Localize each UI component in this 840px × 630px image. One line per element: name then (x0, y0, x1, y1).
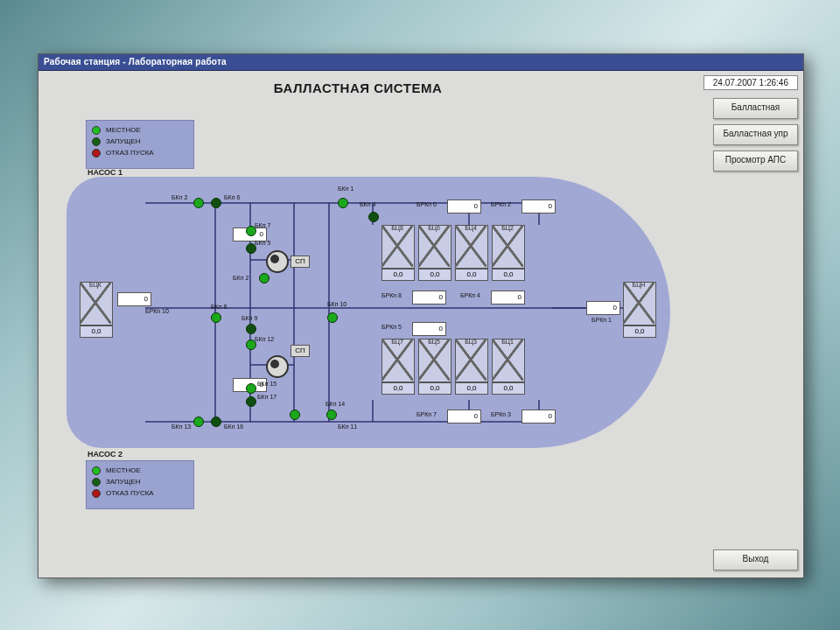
timestamp: 24.07.2007 1:26:46 (704, 75, 798, 90)
label-bkn2: БКп 2 (172, 194, 187, 200)
valve-icon[interactable] (326, 410, 337, 420)
valve-icon[interactable] (246, 226, 256, 236)
tank-label: БЦ1 (492, 339, 523, 345)
field-brkn7[interactable]: 0 (447, 410, 481, 424)
tank-bc3: БЦ3 0,0 (455, 339, 486, 393)
label-bkn9: БКп 9 (242, 315, 257, 321)
tank-label: БЦ5 (418, 339, 450, 345)
valve-icon[interactable] (211, 312, 221, 323)
nav-view-aps-button[interactable]: Просмотр АПС (713, 150, 798, 172)
label-bkn10: БКп 10 (327, 301, 346, 307)
tank-label: БЦК (80, 282, 111, 288)
tank-label: БЦ7 (382, 339, 413, 345)
tank-label: БЦ2 (492, 225, 523, 231)
label-bkn11: БКп 11 (338, 424, 357, 430)
field-brkn8[interactable]: 0 (412, 290, 446, 304)
label-bkn13: БКп 13 (172, 424, 191, 430)
status-dot-local (92, 466, 101, 475)
label-brkn10: БРКп 10 (145, 308, 169, 314)
field-brkn3[interactable]: 0 (522, 410, 556, 424)
tank-value: 0,0 (382, 382, 415, 395)
tank-bc8: БЦ8 0,0 (382, 225, 413, 279)
legend-label-running: ЗАПУЩЕН (106, 478, 141, 486)
status-dot-running (92, 478, 101, 486)
field-brkn2[interactable]: 0 (522, 200, 556, 214)
nav-ballast-ctl-button[interactable]: Балластная упр (713, 124, 798, 145)
valve-icon[interactable] (211, 416, 221, 427)
tank-bck: БЦК 0,0 (80, 282, 111, 336)
tank-bc4: БЦ4 0,0 (455, 225, 486, 279)
valve-icon[interactable] (259, 273, 270, 284)
valve-icon[interactable] (246, 340, 256, 350)
tank-value: 0,0 (418, 382, 452, 395)
app-window: Рабочая станция - Лабораторная работа 24… (38, 53, 804, 578)
status-dot-local (92, 126, 101, 135)
valve-icon[interactable] (211, 198, 221, 208)
field-brkn5[interactable]: 0 (412, 322, 446, 336)
valve-icon[interactable] (246, 324, 256, 334)
pump-1-icon[interactable] (266, 250, 289, 273)
legend-pump-1: МЕСТНОЕ ЗАПУЩЕН ОТКАЗ ПУСКА (86, 120, 194, 169)
valve-icon[interactable] (246, 243, 256, 254)
pump-1-label: НАСОС 1 (88, 168, 122, 177)
valve-icon[interactable] (193, 416, 204, 427)
sp-label-1: СП (290, 256, 310, 268)
label-bkn2b: БКп 2 (233, 275, 248, 281)
legend-label-local: МЕСТНОЕ (106, 126, 141, 134)
valve-icon[interactable] (246, 396, 256, 407)
label-bkn15: БКп 15 (257, 381, 276, 387)
tank-bc2: БЦ2 0,0 (492, 225, 523, 279)
nav-ballast-button[interactable]: Балластная (713, 98, 798, 119)
sp-label-2: СП (290, 345, 310, 357)
legend-pump-2: МЕСТНОЕ ЗАПУЩЕН ОТКАЗ ПУСКА (86, 460, 194, 509)
valve-icon[interactable] (368, 212, 379, 222)
valve-icon[interactable] (193, 198, 204, 208)
legend-label-fail: ОТКАЗ ПУСКА (106, 489, 154, 497)
legend-label-local: МЕСТНОЕ (106, 466, 141, 474)
label-brkn4: БРКп 4 (460, 292, 480, 298)
label-brkn1: БРКп 1 (592, 317, 612, 323)
tank-bc7: БЦ7 0,0 (382, 339, 413, 393)
status-dot-fail (92, 149, 101, 158)
field-right[interactable]: 0 (586, 301, 620, 315)
exit-button[interactable]: Выход (713, 550, 798, 570)
legend-label-running: ЗАПУЩЕН (106, 137, 141, 145)
tank-value: 0,0 (80, 326, 113, 338)
label-brkn8: БРКп 8 (382, 292, 402, 298)
window-title: Рабочая станция - Лабораторная работа (44, 57, 227, 66)
field-left[interactable]: 0 (117, 292, 151, 306)
tank-value: 0,0 (382, 269, 415, 281)
page-title: БАЛЛАСТНАЯ СИСТЕМА (38, 80, 677, 95)
tank-label: БЦ8 (382, 225, 413, 231)
pump-2-icon[interactable] (266, 355, 289, 378)
tank-value: 0,0 (455, 269, 488, 281)
tank-label: БЦН (623, 282, 654, 288)
label-bkn6: БКп 6 (224, 194, 240, 200)
valve-icon[interactable] (338, 198, 348, 208)
tank-value: 0,0 (418, 269, 452, 281)
field-brkn4[interactable]: 0 (491, 290, 525, 304)
label-brkn7: БРКп 7 (416, 411, 437, 417)
label-bkn8: БКп 8 (211, 304, 227, 310)
title-bar: Рабочая станция - Лабораторная работа (38, 54, 803, 71)
label-brkn2: БРКп 2 (491, 201, 511, 207)
status-dot-running (92, 137, 101, 146)
valve-icon[interactable] (327, 312, 338, 323)
tank-bc5: БЦ5 0,0 (418, 339, 450, 393)
tank-value: 0,0 (492, 269, 525, 281)
label-brkn5: БРКп 5 (382, 324, 402, 330)
tank-value: 0,0 (492, 382, 525, 395)
valve-icon[interactable] (290, 410, 300, 420)
label-bkn1: БКп 1 (338, 186, 354, 192)
label-bkn4: БКп 4 (360, 201, 375, 207)
tank-value: 0,0 (623, 326, 656, 338)
status-dot-fail (92, 489, 101, 498)
label-bkn12: БКп 12 (255, 336, 274, 342)
tank-value: 0,0 (455, 382, 488, 395)
pump-2-label: НАСОС 2 (88, 450, 122, 458)
label-bkn5: БКп 5 (255, 240, 270, 246)
tank-bc6: БЦ6 0,0 (418, 225, 450, 279)
field-brkn6[interactable]: 0 (447, 200, 481, 214)
tank-label: БЦ6 (418, 225, 450, 231)
valve-icon[interactable] (246, 383, 256, 394)
